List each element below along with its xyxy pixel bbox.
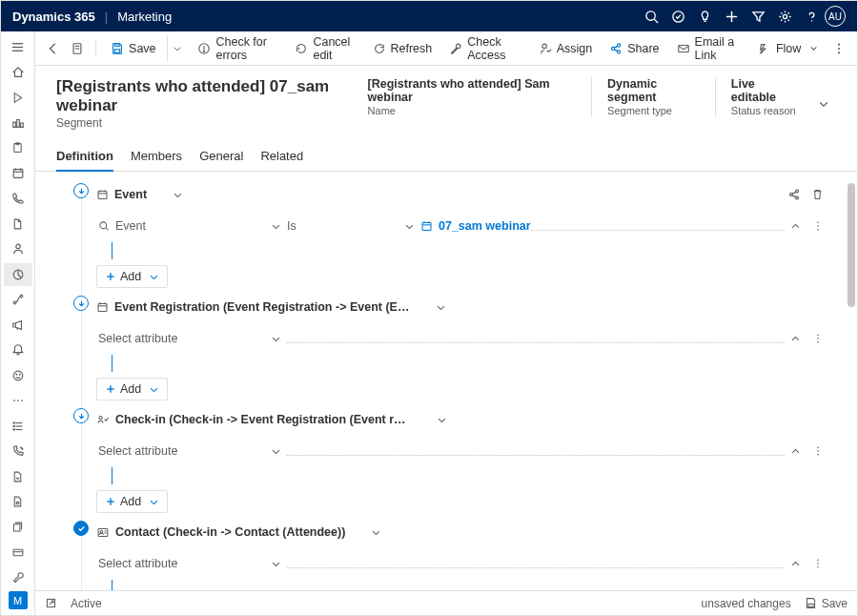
page-stack-icon[interactable] xyxy=(4,516,32,540)
svg-point-7 xyxy=(810,20,811,21)
footer-save-button[interactable]: Save xyxy=(805,597,848,610)
attribute-chevron-icon[interactable] xyxy=(271,334,281,344)
entity-chevron-icon[interactable] xyxy=(166,190,189,200)
add-condition-button[interactable]: Add xyxy=(96,265,168,288)
brand-label: Dynamics 365 xyxy=(12,10,95,24)
search-icon[interactable] xyxy=(638,3,664,30)
filter-icon[interactable] xyxy=(745,3,771,30)
form-icon[interactable] xyxy=(68,35,89,62)
svg-point-6 xyxy=(783,14,786,18)
svg-rect-56 xyxy=(98,191,107,198)
row-collapse-icon[interactable] xyxy=(785,334,806,344)
gear-icon[interactable] xyxy=(771,3,798,30)
attribute-chevron-icon[interactable] xyxy=(271,446,281,457)
add-chevron-icon[interactable] xyxy=(149,272,159,282)
svg-point-71 xyxy=(817,229,819,231)
tab-related[interactable]: Related xyxy=(260,143,303,171)
tab-definition[interactable]: Definition xyxy=(56,143,113,171)
node-header[interactable]: Check-in (Check-in -> Event Registration… xyxy=(96,406,828,433)
task-icon[interactable] xyxy=(664,3,691,30)
popout-icon[interactable] xyxy=(45,597,57,609)
add-condition-button[interactable]: Add xyxy=(96,378,168,400)
operator-label[interactable]: Is xyxy=(287,219,296,233)
add-chevron-icon[interactable] xyxy=(149,384,159,395)
node-share-icon[interactable] xyxy=(783,188,806,201)
svg-rect-99 xyxy=(808,604,813,606)
node-delete-icon[interactable] xyxy=(806,188,828,201)
header-expand-chevron[interactable] xyxy=(811,98,836,110)
flow-button[interactable]: Flow xyxy=(751,38,825,59)
list-icon[interactable] xyxy=(4,415,32,439)
card-icon[interactable] xyxy=(4,541,32,565)
lightbulb-icon[interactable] xyxy=(691,3,718,30)
attribute-selector[interactable]: Event xyxy=(115,219,146,233)
attribute-chevron-icon[interactable] xyxy=(271,559,281,569)
journey-icon[interactable] xyxy=(4,288,32,312)
hamburger-icon[interactable] xyxy=(4,35,32,59)
wrench-icon[interactable] xyxy=(4,566,32,590)
attribute-selector[interactable]: Select attribute xyxy=(98,332,177,345)
entity-chevron-icon[interactable] xyxy=(364,527,387,538)
attribute-selector[interactable]: Select attribute xyxy=(98,444,177,458)
add-label: Add xyxy=(120,270,141,283)
row-collapse-icon[interactable] xyxy=(785,559,806,569)
attribute-chevron-icon[interactable] xyxy=(271,221,281,232)
page-arrow-icon[interactable] xyxy=(4,465,32,489)
calendar-icon[interactable] xyxy=(4,162,32,186)
share-button[interactable]: Share xyxy=(603,38,665,59)
attribute-selector[interactable]: Select attribute xyxy=(98,557,177,570)
add-chevron-icon[interactable] xyxy=(149,497,159,507)
operator-chevron-icon[interactable] xyxy=(404,221,415,232)
check-errors-button[interactable]: Check for errors xyxy=(191,31,284,66)
row-more-icon[interactable] xyxy=(807,557,828,570)
megaphone-icon[interactable] xyxy=(4,314,32,338)
email-link-button[interactable]: Email a Link xyxy=(670,31,747,66)
row-collapse-icon[interactable] xyxy=(785,446,806,457)
overflow-menu[interactable] xyxy=(828,35,849,62)
add-icon[interactable] xyxy=(718,3,745,30)
row-more-icon[interactable] xyxy=(807,219,828,233)
check-access-button[interactable]: Check Access xyxy=(442,31,527,66)
phone-icon[interactable] xyxy=(4,187,32,211)
node-header[interactable]: Event xyxy=(96,181,828,208)
play-icon[interactable] xyxy=(4,86,32,110)
add-condition-button[interactable]: Add xyxy=(96,490,168,513)
entity-icon xyxy=(96,414,110,426)
home-icon[interactable] xyxy=(4,61,32,85)
row-collapse-icon[interactable] xyxy=(785,221,806,232)
tab-members[interactable]: Members xyxy=(131,143,182,171)
page-lock-icon[interactable] xyxy=(4,490,32,514)
value-link[interactable]: 07_sam webinar xyxy=(439,219,531,233)
user-avatar[interactable]: AU xyxy=(825,6,846,27)
save-split-chevron[interactable] xyxy=(167,35,188,62)
dots-icon[interactable] xyxy=(4,389,32,413)
save-button[interactable]: Save xyxy=(104,38,163,59)
node-header[interactable]: Event Registration (Event Registration -… xyxy=(96,294,828,320)
entity-chevron-icon[interactable] xyxy=(430,415,453,425)
tab-general[interactable]: General xyxy=(199,143,243,171)
document-icon[interactable] xyxy=(4,213,32,236)
dashboard-icon[interactable] xyxy=(4,112,32,135)
emoji-icon[interactable] xyxy=(4,364,32,388)
bell-icon[interactable] xyxy=(4,339,32,362)
phone-dial-icon[interactable] xyxy=(4,440,32,463)
refresh-button[interactable]: Refresh xyxy=(366,38,439,59)
entity-name-label: Event Registration (Event Registration -… xyxy=(114,300,410,314)
contact-icon[interactable] xyxy=(4,237,32,261)
module-badge[interactable]: M xyxy=(9,591,28,609)
clipboard-icon[interactable] xyxy=(4,136,32,160)
back-button[interactable] xyxy=(43,35,64,62)
row-more-icon[interactable] xyxy=(807,332,828,345)
svg-point-31 xyxy=(13,425,14,426)
svg-point-23 xyxy=(19,374,20,375)
segment-icon[interactable] xyxy=(4,263,32,287)
row-more-icon[interactable] xyxy=(807,444,828,458)
assign-button[interactable]: Assign xyxy=(532,38,600,59)
scrollbar[interactable] xyxy=(848,183,855,307)
entity-name-label: Event xyxy=(114,188,147,201)
svg-point-51 xyxy=(612,47,615,50)
help-icon[interactable] xyxy=(798,3,825,30)
entity-chevron-icon[interactable] xyxy=(429,302,452,313)
node-header[interactable]: Contact (Check-in -> Contact (Attendee)) xyxy=(96,519,828,545)
cancel-edit-button[interactable]: Cancel edit xyxy=(288,31,361,66)
